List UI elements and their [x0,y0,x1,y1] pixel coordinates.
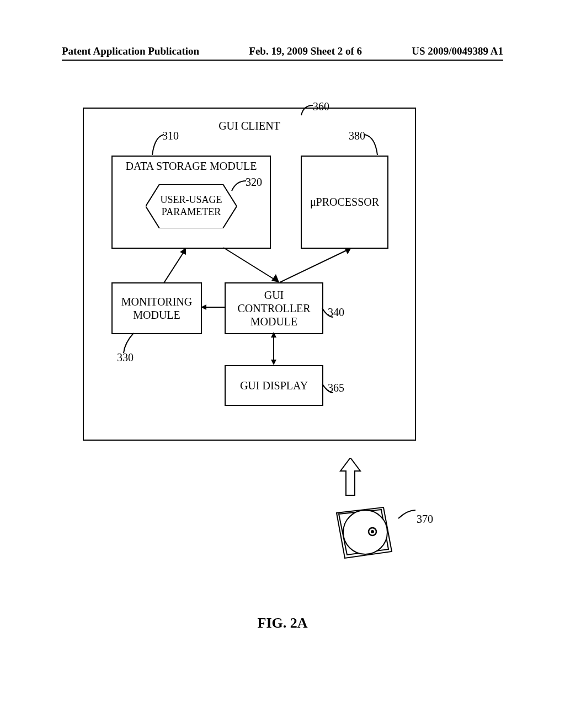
arrow-controller-display [270,332,278,365]
svg-marker-10 [271,332,276,338]
gui-client-label: GUI CLIENT [84,120,415,132]
microprocessor-box: μPROCESSOR [301,156,388,249]
svg-marker-11 [271,360,276,365]
svg-marker-2 [201,304,206,310]
svg-point-12 [343,510,387,554]
arrow-monitoring-storage [164,247,197,285]
leader-365 [321,383,333,395]
arrow-controller-monitoring [201,304,225,310]
gui-display-box: GUI DISPLAY [225,365,323,406]
leader-360 [299,101,316,117]
leader-340 [321,307,333,319]
ref-320: 320 [246,176,262,189]
user-usage-text: USER-USAGE PARAMETER [146,194,237,218]
arrow-storage-controller [221,247,281,285]
svg-line-7 [280,250,348,282]
svg-point-14 [371,530,374,533]
user-usage-parameter: USER-USAGE PARAMETER [146,184,237,228]
svg-line-3 [164,252,184,283]
header-right: US 2009/0049389 A1 [412,45,503,57]
gui-client-box: GUI CLIENT DATA STORAGE MODULE USER-USAG… [83,108,416,441]
page-header: Patent Application Publication Feb. 19, … [0,45,565,57]
ref-370: 370 [417,513,433,526]
svg-line-5 [223,248,275,280]
header-border [62,60,503,61]
leader-320 [231,178,247,194]
header-center: Feb. 19, 2009 Sheet 2 of 6 [249,45,362,57]
monitoring-module-box: MONITORING MODULE [111,282,202,334]
data-storage-module: DATA STORAGE MODULE USER-USAGE PARAMETER [111,156,271,249]
leader-330 [120,332,137,354]
arrow-gui-controller-processor [277,247,354,285]
gui-controller-module-box: GUI CONTROLLER MODULE [225,282,323,334]
leader-370 [397,507,417,521]
leader-380 [363,131,380,156]
figure-label: FIG. 2A [0,615,565,631]
leader-310 [150,131,167,156]
cd-media-icon [331,502,395,563]
data-storage-label: DATA STORAGE MODULE [113,160,270,173]
header-left: Patent Application Publication [62,45,199,57]
big-up-arrow-icon [339,458,361,496]
